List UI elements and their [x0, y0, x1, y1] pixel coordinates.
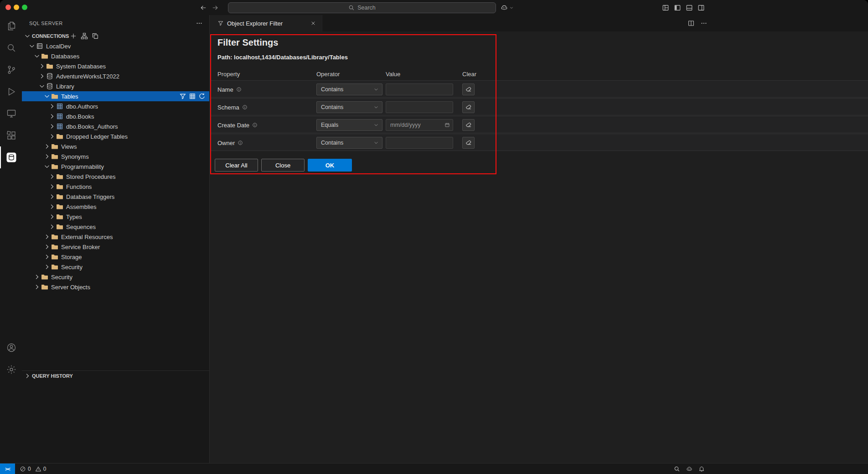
activity-settings[interactable]	[0, 359, 22, 380]
chevron-down-icon[interactable]	[33, 52, 41, 60]
chevron-right-icon[interactable]	[48, 193, 56, 200]
chevron-right-icon[interactable]	[33, 283, 41, 291]
tree-item-types[interactable]: Types	[22, 212, 209, 222]
chevron-right-icon[interactable]	[43, 143, 51, 150]
command-center-search[interactable]: Search	[228, 2, 496, 13]
clear-owner-button[interactable]	[462, 137, 475, 149]
chevron-right-icon[interactable]	[43, 253, 51, 260]
filter-icon[interactable]	[179, 93, 186, 100]
activity-run-and-debug[interactable]	[0, 81, 22, 103]
value-input-owner[interactable]	[386, 137, 453, 149]
activity-remote-explorer[interactable]	[0, 103, 22, 125]
remote-indicator[interactable]: ><	[0, 464, 15, 474]
activity-sql-server[interactable]	[0, 146, 22, 168]
tree-item-localdev[interactable]: LocalDev	[22, 41, 209, 51]
close-tab-icon[interactable]	[310, 20, 316, 26]
tree-item-dropped-ledger-tables[interactable]: Dropped Ledger Tables	[22, 131, 209, 141]
query-history-section-header[interactable]: QUERY HISTORY	[22, 370, 209, 380]
notifications-icon[interactable]	[698, 466, 705, 472]
chevron-down-icon[interactable]	[43, 163, 51, 170]
tree-item-stored-procedures[interactable]: Stored Procedures	[22, 172, 209, 182]
tab-object-explorer-filter[interactable]: Object Explorer Filter	[210, 15, 322, 31]
activity-explorer[interactable]	[0, 15, 22, 37]
connections-section-header[interactable]: CONNECTIONS	[22, 31, 209, 41]
macos-zoom-button[interactable]	[22, 5, 27, 10]
chevron-right-icon[interactable]	[38, 63, 46, 70]
tree-item-storage[interactable]: Storage	[22, 252, 209, 262]
activity-source-control[interactable]	[0, 59, 22, 81]
tree-item-library[interactable]: Library	[22, 81, 209, 91]
copilot-menu[interactable]	[501, 0, 514, 15]
chevron-down-icon[interactable]	[43, 93, 51, 100]
clear-name-button[interactable]	[462, 83, 475, 95]
grid-icon[interactable]	[189, 93, 196, 100]
tree-item-database-triggers[interactable]: Database Triggers	[22, 192, 209, 202]
chevron-right-icon[interactable]	[48, 113, 56, 120]
tree-item-dbo-books-authors[interactable]: dbo.Books_Authors	[22, 121, 209, 131]
tree-item-sequences[interactable]: Sequences	[22, 222, 209, 232]
chevron-right-icon[interactable]	[48, 203, 56, 210]
operator-select-name[interactable]: Contains	[316, 83, 382, 95]
tree-item-dbo-books[interactable]: dbo.Books	[22, 111, 209, 121]
value-input-name[interactable]	[386, 83, 453, 95]
chevron-right-icon[interactable]	[48, 173, 56, 180]
tree-item-security[interactable]: Security	[22, 262, 209, 272]
tree-item-tables[interactable]: Tables	[22, 91, 209, 101]
copilot-status-icon[interactable]	[686, 466, 692, 472]
chevron-right-icon[interactable]	[33, 273, 41, 281]
tree-item-system-databases[interactable]: System Databases	[22, 61, 209, 71]
search-status-icon[interactable]	[674, 466, 680, 472]
connection-group-icon[interactable]	[81, 32, 88, 40]
add-connection-icon[interactable]	[70, 32, 77, 40]
chevron-right-icon[interactable]	[48, 223, 56, 230]
more-actions-icon[interactable]	[700, 20, 708, 27]
chevron-right-icon[interactable]	[43, 263, 51, 271]
forward-button[interactable]	[212, 4, 219, 11]
tree-item-databases[interactable]: Databases	[22, 51, 209, 61]
customize-layout-icon[interactable]	[662, 4, 669, 11]
tree-item-views[interactable]: Views	[22, 141, 209, 151]
operator-select-schema[interactable]: Contains	[316, 101, 382, 113]
tree-item-security[interactable]: Security	[22, 272, 209, 282]
chevron-right-icon[interactable]	[48, 133, 56, 140]
operator-select-owner[interactable]: Contains	[316, 137, 382, 149]
tree-item-external-resources[interactable]: External Resources	[22, 232, 209, 242]
clear-schema-button[interactable]	[462, 101, 475, 113]
value-input-schema[interactable]	[386, 101, 453, 113]
tree-item-synonyms[interactable]: Synonyms	[22, 151, 209, 161]
tree-item-functions[interactable]: Functions	[22, 182, 209, 192]
tree-item-service-broker[interactable]: Service Broker	[22, 242, 209, 252]
close-button[interactable]: Close	[261, 159, 305, 172]
chevron-right-icon[interactable]	[48, 183, 56, 190]
macos-minimize-button[interactable]	[14, 5, 19, 10]
toggle-primary-sidebar-icon[interactable]	[674, 4, 681, 11]
chevron-right-icon[interactable]	[43, 153, 51, 160]
chevron-right-icon[interactable]	[43, 233, 51, 240]
activity-extensions[interactable]	[0, 125, 22, 146]
chevron-right-icon[interactable]	[48, 103, 56, 110]
toggle-secondary-sidebar-icon[interactable]	[698, 4, 705, 11]
operator-select-create-date[interactable]: Equals	[316, 119, 382, 131]
chevron-right-icon[interactable]	[48, 123, 56, 130]
chevron-down-icon[interactable]	[28, 42, 36, 50]
tree-item-dbo-authors[interactable]: dbo.Authors	[22, 101, 209, 111]
date-input-create-date[interactable]: mm/dd/yyyy	[386, 119, 453, 131]
clear-all-button[interactable]: Clear All	[215, 159, 258, 172]
macos-close-button[interactable]	[5, 5, 11, 10]
tree-item-programmability[interactable]: Programmability	[22, 161, 209, 172]
back-button[interactable]	[200, 4, 207, 11]
refresh-icon[interactable]	[198, 93, 206, 100]
split-editor-icon[interactable]	[687, 20, 695, 27]
activity-search[interactable]	[0, 37, 22, 59]
activity-accounts[interactable]	[0, 337, 22, 359]
toggle-panel-icon[interactable]	[686, 4, 693, 11]
copy-icon[interactable]	[92, 32, 99, 40]
chevron-right-icon[interactable]	[48, 213, 56, 220]
tree-item-server-objects[interactable]: Server Objects	[22, 282, 209, 292]
chevron-right-icon[interactable]	[43, 243, 51, 250]
clear-create-date-button[interactable]	[462, 119, 475, 131]
chevron-right-icon[interactable]	[38, 73, 46, 80]
more-actions-icon[interactable]	[196, 20, 203, 27]
chevron-down-icon[interactable]	[38, 83, 46, 90]
tree-item-assemblies[interactable]: Assemblies	[22, 202, 209, 212]
